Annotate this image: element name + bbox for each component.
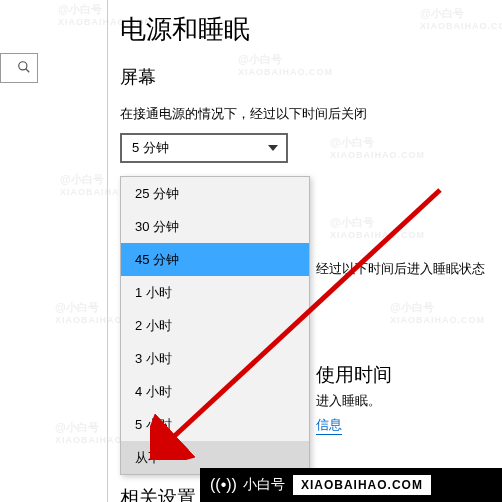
search-input[interactable] bbox=[0, 53, 38, 83]
svg-point-0 bbox=[19, 61, 27, 69]
dropdown-option[interactable]: 25 分钟 bbox=[121, 177, 309, 210]
usage-title: 使用时间 bbox=[316, 362, 392, 388]
dropdown-option[interactable]: 3 小时 bbox=[121, 342, 309, 375]
info-link[interactable]: 信息 bbox=[316, 416, 342, 435]
chevron-down-icon bbox=[268, 145, 278, 151]
dropdown-option[interactable]: 5 小时 bbox=[121, 408, 309, 441]
screen-description: 在接通电源的情况下，经过以下时间后关闭 bbox=[120, 105, 502, 123]
page-title: 电源和睡眠 bbox=[120, 12, 502, 47]
usage-text: 进入睡眠。 bbox=[316, 392, 381, 410]
dropdown-option[interactable]: 2 小时 bbox=[121, 309, 309, 342]
broadcast-icon: ((•)) bbox=[210, 476, 237, 494]
banner-domain: XIAOBAIHAO.COM bbox=[293, 475, 431, 495]
source-banner: ((•)) 小白号 XIAOBAIHAO.COM bbox=[200, 468, 502, 502]
screen-timeout-value: 5 分钟 bbox=[132, 139, 169, 157]
dropdown-option[interactable]: 4 小时 bbox=[121, 375, 309, 408]
dropdown-option[interactable]: 30 分钟 bbox=[121, 210, 309, 243]
sleep-description: 经过以下时间后进入睡眠状态 bbox=[316, 260, 485, 278]
dropdown-option[interactable]: 45 分钟 bbox=[121, 243, 309, 276]
watermark: @小白号XIAOBAIHAO.COM bbox=[390, 300, 485, 325]
screen-timeout-select[interactable]: 5 分钟 bbox=[120, 133, 288, 163]
divider bbox=[107, 0, 108, 502]
watermark: @小白号XIAOBAIHAO.COM bbox=[330, 215, 425, 240]
section-screen-title: 屏幕 bbox=[120, 65, 502, 89]
dropdown-option[interactable]: 1 小时 bbox=[121, 276, 309, 309]
related-settings-title: 相关设置 bbox=[120, 485, 196, 502]
search-icon bbox=[17, 60, 31, 77]
timeout-dropdown[interactable]: 25 分钟30 分钟45 分钟1 小时2 小时3 小时4 小时5 小时从不 bbox=[120, 176, 310, 475]
svg-line-1 bbox=[26, 68, 30, 72]
banner-brand: 小白号 bbox=[243, 476, 285, 494]
main-content: 电源和睡眠 屏幕 在接通电源的情况下，经过以下时间后关闭 5 分钟 bbox=[120, 0, 502, 185]
left-column bbox=[0, 0, 48, 502]
